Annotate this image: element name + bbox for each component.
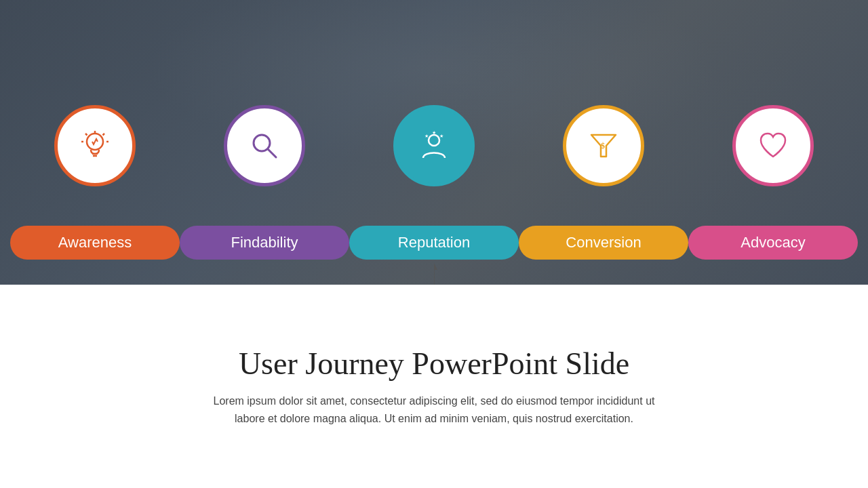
page-title: User Journey PowerPoint Slide (239, 346, 629, 382)
svg-text:★: ★ (439, 134, 443, 139)
svg-text:$: $ (601, 141, 605, 150)
person-stars-icon: ★ ★ ★ (415, 127, 453, 165)
awareness-label: Awareness (10, 226, 180, 260)
svg-line-5 (103, 134, 105, 136)
step-awareness (10, 105, 180, 186)
funnel-dollar-icon: $ (585, 127, 623, 165)
svg-line-4 (85, 134, 87, 136)
reputation-label: Reputation (349, 226, 519, 260)
svg-marker-17 (434, 263, 437, 270)
step-advocacy (688, 105, 858, 186)
heart-icon (754, 127, 792, 165)
svg-point-10 (429, 135, 439, 146)
advocacy-circle (732, 105, 814, 186)
step-conversion: $ (519, 105, 688, 186)
labels-row: Awareness Findability Reputation Convers… (0, 226, 868, 260)
conversion-label: Conversion (519, 226, 688, 260)
findability-label: Findability (180, 226, 349, 260)
step-findability (180, 105, 349, 186)
top-section: ★ ★ ★ $ (0, 0, 868, 285)
svg-line-9 (268, 149, 276, 157)
svg-text:★: ★ (432, 130, 436, 136)
bottom-section: User Journey PowerPoint Slide Lorem ipsu… (0, 285, 868, 488)
conversion-circle: $ (563, 105, 644, 186)
awareness-circle (54, 105, 136, 186)
reputation-circle: ★ ★ ★ (393, 105, 475, 186)
lightbulb-icon (76, 127, 114, 165)
step-reputation: ★ ★ ★ (349, 105, 519, 186)
findability-circle (224, 105, 305, 186)
page-description: Lorem ipsum dolor sit amet, consectetur … (203, 392, 665, 427)
advocacy-label: Advocacy (688, 226, 858, 260)
icons-row: ★ ★ ★ $ (0, 105, 868, 186)
search-icon (245, 127, 283, 165)
svg-text:★: ★ (425, 134, 429, 139)
annotation-arrow (434, 263, 780, 285)
